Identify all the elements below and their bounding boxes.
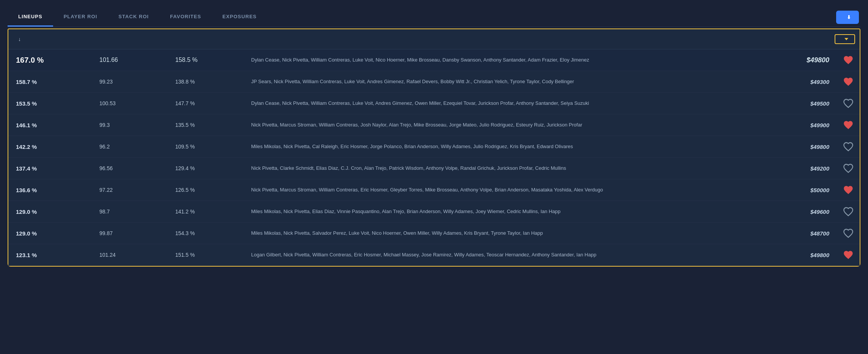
favorite-cell[interactable] (837, 114, 860, 136)
favorite-cell[interactable] (837, 158, 860, 179)
heart-filled-icon[interactable] (843, 76, 854, 87)
salary-value: $49200 (791, 160, 837, 177)
roi-value: 123.1 % (8, 247, 92, 264)
own-value: 151.5 % (168, 247, 244, 263)
tab-exposures[interactable]: EXPOSURES (212, 8, 267, 27)
lineups-value: Nick Pivetta, Clarke Schmidt, Elias Diaz… (244, 159, 791, 177)
lineups-value: Miles Mikolas, Nick Pivetta, Cal Raleigh… (244, 137, 791, 156)
roi-value: 129.0 % (8, 225, 92, 242)
own-value: 129.4 % (168, 160, 244, 177)
lineups-value: Dylan Cease, Nick Pivetta, William Contr… (244, 94, 791, 112)
own-value: 126.5 % (168, 182, 244, 198)
table-row: 146.1 %99.3135.5 %Nick Pivetta, Marcus S… (8, 114, 860, 136)
lineups-value: Nick Pivetta, Marcus Stroman, William Co… (244, 181, 791, 199)
favorite-cell[interactable] (837, 223, 860, 244)
fp-value: 101.66 (92, 51, 168, 69)
table-header: ↓ (8, 29, 860, 49)
table-row: 158.7 %99.23138.8 %JP Sears, Nick Pivett… (8, 71, 860, 93)
fp-value: 99.3 (92, 117, 168, 133)
quick-favorite-button[interactable] (835, 34, 855, 44)
col-ownsum (168, 32, 244, 46)
table-row: 123.1 %101.24151.5 %Logan Gilbert, Nick … (8, 244, 860, 266)
fp-value: 96.56 (92, 160, 168, 177)
fp-value: 100.53 (92, 95, 168, 112)
table-row: 129.0 %99.87154.3 %Miles Mikolas, Nick P… (8, 223, 860, 244)
salary-value: $49300 (791, 73, 837, 90)
salary-value: $49900 (791, 117, 837, 134)
table-row: 167.0 %101.66158.5 %Dylan Cease, Nick Pi… (8, 49, 860, 71)
favorite-cell[interactable] (837, 71, 860, 92)
table-row: 137.4 %96.56129.4 %Nick Pivetta, Clarke … (8, 158, 860, 179)
app-container: LINEUPS PLAYER ROI STACK ROI FAVORITES E… (8, 8, 860, 267)
fp-value: 99.87 (92, 225, 168, 242)
salary-value: $49800 (791, 138, 837, 155)
roi-value: 137.4 % (8, 160, 92, 177)
roi-value: 167.0 % (8, 51, 92, 70)
export-favorites-button[interactable]: ⬇ (836, 11, 859, 24)
own-value: 154.3 % (168, 225, 244, 242)
tab-player-roi[interactable]: PLAYER ROI (53, 8, 108, 27)
tabs-bar: LINEUPS PLAYER ROI STACK ROI FAVORITES E… (8, 8, 860, 27)
quick-fav-chevron-icon (844, 38, 848, 40)
favorite-cell[interactable] (837, 201, 860, 222)
favorite-cell[interactable] (837, 244, 860, 266)
heart-filled-icon[interactable] (843, 185, 854, 195)
fp-value: 99.23 (92, 73, 168, 90)
col-projected-fp (92, 32, 168, 46)
heart-filled-icon[interactable] (843, 250, 854, 260)
favorite-cell[interactable] (837, 179, 860, 201)
heart-outline-icon[interactable] (843, 228, 854, 239)
col-lineups (244, 32, 791, 46)
tab-lineups[interactable]: LINEUPS (8, 8, 53, 27)
salary-value: $49800 (791, 247, 837, 264)
sort-arrow-icon: ↓ (18, 36, 21, 42)
fp-value: 101.24 (92, 247, 168, 263)
salary-value: $48700 (791, 225, 837, 242)
own-value: 147.7 % (168, 95, 244, 112)
heart-outline-icon[interactable] (843, 206, 854, 217)
roi-value: 129.0 % (8, 203, 92, 220)
lineups-value: Dylan Cease, Nick Pivetta, William Contr… (244, 51, 791, 69)
lineups-value: Nick Pivetta, Marcus Stroman, William Co… (244, 116, 791, 134)
table-row: 142.2 %96.2109.5 %Miles Mikolas, Nick Pi… (8, 136, 860, 158)
salary-value: $49800 (791, 51, 837, 70)
own-value: 158.5 % (168, 51, 244, 69)
heart-outline-icon[interactable] (843, 141, 854, 152)
favorite-cell[interactable] (837, 93, 860, 114)
roi-value: 153.5 % (8, 95, 92, 112)
own-value: 138.8 % (168, 73, 244, 90)
lineups-value: Miles Mikolas, Nick Pivetta, Elias Diaz,… (244, 202, 791, 221)
salary-value: $49600 (791, 203, 837, 220)
tab-stack-roi[interactable]: STACK ROI (108, 8, 159, 27)
download-icon: ⬇ (847, 14, 851, 20)
table-row: 153.5 %100.53147.7 %Dylan Cease, Nick Pi… (8, 93, 860, 114)
fp-value: 96.2 (92, 138, 168, 155)
lineups-value: Miles Mikolas, Nick Pivetta, Salvador Pe… (244, 224, 791, 242)
own-value: 141.2 % (168, 203, 244, 220)
heart-outline-icon[interactable] (843, 163, 854, 174)
table-row: 129.0 %98.7141.2 %Miles Mikolas, Nick Pi… (8, 201, 860, 223)
roi-value: 146.1 % (8, 117, 92, 134)
fp-value: 97.22 (92, 182, 168, 198)
heart-outline-icon[interactable] (843, 98, 854, 109)
heart-filled-icon[interactable] (843, 120, 854, 130)
main-table-wrapper: ↓ 167.0 %101.66158.5 %Dylan Cease, Nick … (8, 28, 860, 267)
roi-value: 142.2 % (8, 138, 92, 155)
tab-favorites[interactable]: FAVORITES (159, 8, 212, 27)
table-body: 167.0 %101.66158.5 %Dylan Cease, Nick Pi… (8, 49, 860, 266)
fp-value: 98.7 (92, 203, 168, 220)
table-row: 136.6 %97.22126.5 %Nick Pivetta, Marcus … (8, 179, 860, 201)
lineups-value: JP Sears, Nick Pivetta, William Contrera… (244, 73, 791, 91)
own-value: 135.5 % (168, 117, 244, 133)
roi-value: 136.6 % (8, 182, 92, 199)
salary-value: $50000 (791, 182, 837, 199)
heart-filled-icon[interactable] (843, 55, 854, 65)
own-value: 109.5 % (168, 138, 244, 155)
favorite-cell[interactable] (837, 136, 860, 157)
lineups-value: Logan Gilbert, Nick Pivetta, William Con… (244, 246, 791, 264)
favorite-cell[interactable] (837, 49, 860, 71)
roi-value: 158.7 % (8, 73, 92, 90)
salary-value: $49500 (791, 95, 837, 112)
col-quick-fav (791, 30, 860, 48)
col-simulated-roi[interactable]: ↓ (8, 29, 92, 49)
